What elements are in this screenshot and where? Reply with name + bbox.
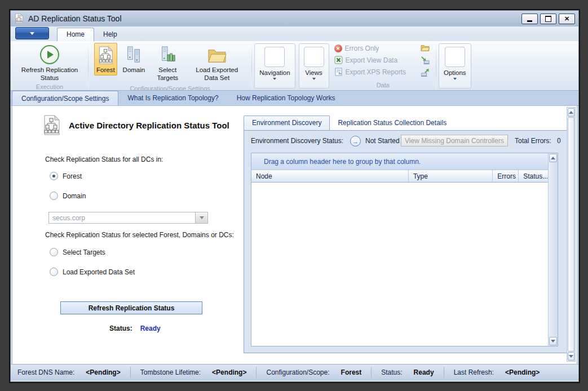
minimize-button[interactable]	[521, 14, 538, 24]
radio-icon	[50, 192, 58, 200]
navigation-button[interactable]: Navigation	[254, 43, 295, 88]
radio-selected-icon	[50, 172, 58, 180]
grid-scrollbar[interactable]	[548, 153, 558, 346]
divider	[88, 44, 89, 89]
tab-home[interactable]: Home	[57, 28, 94, 41]
total-errors-label: Total Errors:	[515, 137, 551, 145]
column-header-status[interactable]: Status...	[519, 170, 548, 182]
refresh-replication-status-button[interactable]: Refresh Replication Status	[15, 43, 84, 82]
radio-icon	[50, 248, 58, 256]
close-button[interactable]: ✕	[559, 14, 575, 24]
environment-discovery-status-value: Not Started	[365, 137, 400, 145]
load-exported-data-set-button[interactable]: Load Exported Data Set	[188, 43, 246, 84]
close-icon: ✕	[564, 16, 569, 22]
export-view-data-button[interactable]: Export View Data	[334, 56, 406, 64]
group-by-header[interactable]: Drag a column header here to group by th…	[251, 153, 548, 170]
title-bar: AD Replication Status Tool ✕	[11, 11, 578, 26]
options-label: Options	[444, 69, 466, 76]
options-icon	[445, 47, 465, 67]
forest-button[interactable]: Forest	[94, 43, 117, 75]
arrow-up-icon	[569, 111, 573, 114]
last-refresh-value: <Pending>	[505, 368, 540, 376]
import-data-icon[interactable]	[421, 56, 430, 64]
combobox-dropdown-button[interactable]	[195, 212, 207, 223]
load-exported-radio[interactable]: Load Exported Data Set	[50, 268, 135, 276]
report-icon	[334, 68, 343, 76]
chevron-down-icon	[273, 78, 276, 80]
content-scrollbar[interactable]	[567, 107, 576, 362]
scrollbar-thumb[interactable]	[568, 117, 574, 352]
domain-combobox[interactable]: secus.corp	[48, 212, 208, 224]
scroll-down-button[interactable]	[549, 337, 557, 345]
left-panel-header: Active Directory Replication Status Tool	[42, 115, 229, 135]
errors-only-icon: ✕	[334, 45, 342, 52]
select-targets-radio[interactable]: Select Targets	[50, 248, 105, 256]
column-header-type[interactable]: Type	[409, 170, 493, 182]
refresh-replication-status-main-button[interactable]: Refresh Replication Status	[60, 301, 202, 314]
errors-only-button[interactable]: ✕ Errors Only	[334, 45, 406, 52]
tab-what-is-replication-topology[interactable]: What Is Replication Topology?	[118, 91, 227, 105]
content-area: Active Directory Replication Status Tool…	[12, 105, 577, 365]
view-missing-domain-controllers-button[interactable]: View Missing Domain Controllers	[401, 135, 508, 146]
forest-radio-label: Forest	[63, 172, 82, 180]
app-window: AD Replication Status Tool ✕ Home Help R…	[10, 10, 579, 382]
tab-environment-discovery[interactable]: Environment Discovery	[244, 115, 330, 130]
window-title: AD Replication Status Tool	[28, 14, 122, 23]
domain-button[interactable]: Domain	[121, 43, 148, 75]
arrow-down-icon	[551, 340, 555, 343]
maximize-button[interactable]	[540, 14, 556, 24]
domain-radio[interactable]: Domain	[50, 192, 86, 200]
load-exported-radio-label: Load Exported Data Set	[63, 268, 135, 276]
forest-dns-label: Forest DNS Name:	[17, 368, 74, 376]
forest-dns-value: <Pending>	[86, 368, 120, 376]
statusbar-forest-dns: Forest DNS Name: <Pending>	[17, 367, 131, 378]
domain-icon	[125, 45, 143, 66]
chevron-down-icon	[453, 78, 457, 80]
ad-tool-icon	[42, 115, 61, 135]
views-icon	[304, 47, 324, 67]
status-arrow-icon: →	[350, 136, 361, 146]
tab-replication-status-collection-details[interactable]: Replication Status Collection Details	[330, 116, 454, 130]
folder-small-icon[interactable]	[421, 44, 430, 52]
statusbar-status-value: Ready	[414, 368, 434, 376]
folder-icon	[207, 45, 227, 66]
scroll-down-button[interactable]	[568, 352, 574, 361]
ribbon-group-configuration-scope: Forest Domain	[89, 43, 251, 90]
chevron-down-icon	[312, 78, 316, 80]
refresh-replication-status-label: Refresh Replication Status	[15, 66, 84, 82]
status-bar: Forest DNS Name: <Pending> Tombstone Lif…	[11, 364, 578, 380]
export-data-icon[interactable]	[421, 69, 430, 77]
export-view-data-label: Export View Data	[346, 56, 398, 64]
forest-icon	[97, 45, 114, 66]
divider	[436, 44, 436, 89]
maximize-icon	[545, 16, 551, 22]
scroll-up-button[interactable]	[568, 108, 574, 117]
window-controls: ✕	[521, 14, 575, 24]
tab-how-replication-topology-works[interactable]: How Replication Topology Works	[228, 91, 344, 105]
column-header-errors[interactable]: Errors	[493, 170, 519, 182]
environment-discovery-status-row: Environment Discovery Status: → Not Star…	[251, 135, 562, 148]
tab-help[interactable]: Help	[94, 28, 126, 41]
chevron-down-icon	[200, 216, 204, 219]
total-errors-value: 0	[557, 137, 561, 145]
forest-radio[interactable]: Forest	[50, 172, 82, 180]
errors-only-label: Errors Only	[345, 45, 379, 52]
scroll-up-button[interactable]	[549, 154, 557, 162]
domain-combobox-value: secus.corp	[49, 212, 195, 223]
grid-column-headers: Node Type Errors Status...	[251, 170, 548, 183]
statusbar-last-refresh: Last Refresh: <Pending>	[444, 367, 550, 378]
tab-configuration-scope-settings[interactable]: Configuration/Scope Settings	[12, 91, 118, 106]
select-targets-icon	[158, 45, 176, 66]
options-button[interactable]: Options	[439, 43, 471, 88]
forest-label: Forest	[96, 66, 115, 74]
status-line: Status: Ready	[109, 325, 161, 332]
views-button[interactable]: Views	[299, 43, 329, 88]
export-xps-reports-label: Export XPS Reports	[346, 68, 406, 76]
all-dcs-label: Check Replication Status for all DCs in:	[45, 155, 163, 163]
ribbon-group-execution: Refresh Replication Status Execution	[12, 43, 87, 90]
column-header-node[interactable]: Node	[251, 170, 409, 182]
select-targets-button[interactable]: Select Targets	[151, 43, 184, 84]
app-menu-button[interactable]	[15, 27, 49, 39]
arrow-up-icon	[551, 157, 555, 159]
export-xps-reports-button[interactable]: Export XPS Reports	[334, 68, 406, 76]
